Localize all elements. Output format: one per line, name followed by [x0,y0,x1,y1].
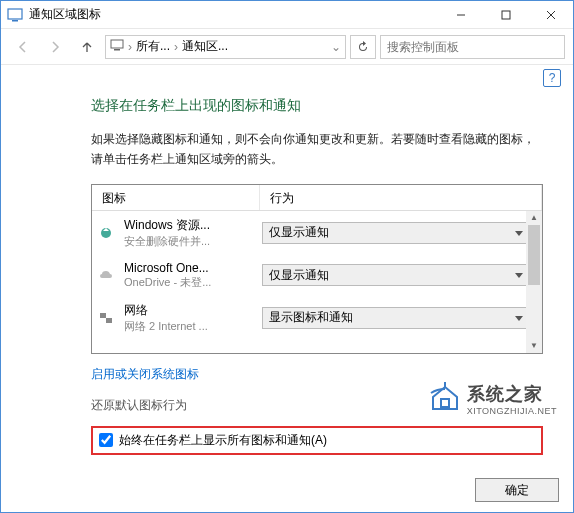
svg-rect-1 [12,20,18,22]
item-subtitle: 安全删除硬件并... [124,234,254,249]
control-panel-window: 通知区域图标 › 所有... › 通知区... ⌄ ? 选择在任务栏上出现的图标… [0,0,574,513]
refresh-button[interactable] [350,35,376,59]
item-subtitle: 网络 2 Internet ... [124,319,254,334]
search-box[interactable] [380,35,565,59]
always-show-checkbox[interactable] [99,433,113,447]
window-title: 通知区域图标 [29,6,438,23]
watermark-en: XITONGZHIJIA.NET [467,406,557,416]
action-select[interactable]: 仅显示通知 [262,222,530,244]
help-button[interactable]: ? [543,69,561,87]
forward-button[interactable] [41,33,69,61]
address-bar[interactable]: › 所有... › 通知区... ⌄ [105,35,346,59]
item-title: Windows 资源... [124,217,254,234]
svg-rect-6 [111,40,123,48]
up-button[interactable] [73,33,101,61]
system-icons-link[interactable]: 启用或关闭系统图标 [91,366,199,383]
scroll-down-icon[interactable]: ▼ [526,339,542,353]
chevron-down-icon[interactable]: ⌄ [331,40,341,54]
close-button[interactable] [528,1,573,29]
eject-icon [96,223,116,243]
scroll-up-icon[interactable]: ▲ [526,211,542,225]
app-icon [7,7,23,23]
scrollbar[interactable]: ▲ ▼ [526,211,542,353]
svg-rect-7 [114,49,120,51]
page-heading: 选择在任务栏上出现的图标和通知 [91,97,543,115]
always-show-checkbox-row: 始终在任务栏上显示所有图标和通知(A) [91,426,543,455]
item-subtitle: OneDrive - 未登... [124,275,254,290]
action-select[interactable]: 仅显示通知 [262,264,530,286]
chevron-right-icon: › [128,40,132,54]
column-action[interactable]: 行为 [260,185,542,210]
network-icon [96,308,116,328]
back-button[interactable] [9,33,37,61]
svg-rect-9 [100,313,106,318]
svg-rect-10 [106,318,112,323]
svg-rect-0 [8,9,22,19]
maximize-button[interactable] [483,1,528,29]
list-header: 图标 行为 [92,185,542,211]
list-item: Microsoft One... OneDrive - 未登... 仅显示通知 [92,255,542,296]
item-title: Microsoft One... [124,261,254,275]
page-description: 如果选择隐藏图标和通知，则不会向你通知更改和更新。若要随时查看隐藏的图标，请单击… [91,129,543,170]
breadcrumb-seg[interactable]: 所有... [136,38,170,55]
watermark-cn: 系统之家 [467,382,557,406]
column-icon[interactable]: 图标 [92,185,260,210]
footer: 确定 [475,478,559,502]
house-icon [427,379,463,419]
breadcrumb-seg[interactable]: 通知区... [182,38,228,55]
cloud-icon [96,265,116,285]
list-rows: Windows 资源... 安全删除硬件并... 仅显示通知 Microsoft… [92,211,542,354]
list-item: Windows 资源... 安全删除硬件并... 仅显示通知 [92,211,542,255]
action-select[interactable]: 显示图标和通知 [262,307,530,329]
pc-icon [110,38,124,55]
navbar: › 所有... › 通知区... ⌄ [1,29,573,65]
titlebar: 通知区域图标 [1,1,573,29]
watermark: 系统之家 XITONGZHIJIA.NET [427,379,557,419]
search-input[interactable] [387,40,558,54]
list-item: 网络 网络 2 Internet ... 显示图标和通知 [92,296,542,340]
minimize-button[interactable] [438,1,483,29]
help-bar: ? [1,65,573,91]
checkbox-label: 始终在任务栏上显示所有图标和通知(A) [119,432,327,449]
scroll-thumb[interactable] [528,225,540,285]
chevron-right-icon: › [174,40,178,54]
item-title: 网络 [124,302,254,319]
svg-rect-3 [502,11,510,19]
ok-button[interactable]: 确定 [475,478,559,502]
icon-list: 图标 行为 Windows 资源... 安全删除硬件并... 仅显示通知 Mic… [91,184,543,354]
